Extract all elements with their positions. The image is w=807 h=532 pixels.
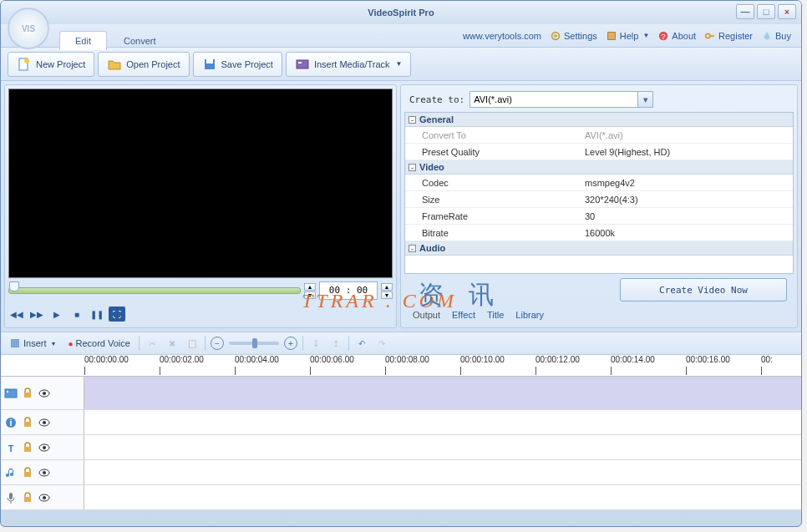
svg-point-8: [24, 58, 29, 63]
zoom-in-button[interactable]: +: [284, 337, 297, 350]
tab-convert[interactable]: Convert: [109, 32, 171, 50]
time-down-button-2[interactable]: ▼: [381, 291, 393, 299]
open-project-button[interactable]: Open Project: [98, 52, 189, 77]
prop-framerate[interactable]: FrameRate30: [405, 208, 793, 225]
title-track[interactable]: T: [1, 435, 801, 460]
ruler-tick: 00:00:02.00: [160, 355, 204, 364]
ruler-tick: 00:00:04.00: [235, 355, 279, 364]
eye-icon[interactable]: [38, 387, 51, 400]
tab-library[interactable]: Library: [515, 310, 544, 320]
ruler-tick: 00:00:10.00: [460, 355, 505, 364]
maximize-button[interactable]: □: [757, 4, 775, 19]
prop-preset-quality[interactable]: Preset QualityLevel 9(Highest, HD): [405, 144, 793, 160]
music-track[interactable]: [1, 460, 801, 485]
time-down-button[interactable]: ▼: [304, 291, 316, 299]
text-track-icon: T: [4, 441, 18, 454]
play-button[interactable]: ▶: [48, 307, 65, 322]
fullscreen-button[interactable]: ⛶: [109, 307, 125, 322]
ruler-tick: 00:00:08.00: [385, 355, 429, 364]
zoom-out-button[interactable]: −: [211, 337, 224, 350]
svg-rect-14: [5, 389, 17, 398]
format-combobox[interactable]: AVI(*.avi)▾: [469, 91, 653, 108]
lock-icon[interactable]: [21, 416, 34, 429]
prop-size[interactable]: Size320*240(4:3): [405, 191, 793, 208]
eye-icon[interactable]: [38, 416, 51, 429]
new-project-button[interactable]: New Project: [8, 52, 94, 77]
video-preview[interactable]: [8, 89, 393, 278]
create-video-button[interactable]: Create Video Now: [620, 278, 787, 301]
ruler-tick: 00:00:14.00: [611, 355, 655, 364]
track-body[interactable]: [84, 377, 801, 409]
tracks-area: i T: [1, 377, 801, 510]
lock-icon[interactable]: [21, 441, 34, 454]
record-voice-button[interactable]: ●Record Voice: [64, 337, 133, 350]
time-up-button-2[interactable]: ▲: [381, 283, 393, 291]
eye-icon[interactable]: [38, 491, 51, 504]
stop-button[interactable]: ■: [69, 307, 85, 322]
voice-track[interactable]: [1, 485, 801, 510]
zoom-slider[interactable]: [229, 342, 279, 345]
chevron-down-icon: ▼: [396, 60, 403, 68]
collapse-icon[interactable]: -: [409, 164, 416, 171]
time-up-button[interactable]: ▲: [304, 283, 316, 291]
save-project-button[interactable]: Save Project: [193, 52, 282, 77]
website-link[interactable]: www.verytools.com: [463, 31, 541, 41]
redo-button: ↷: [374, 336, 389, 351]
time-ruler[interactable]: 00:00:00.00 00:00:02.00 00:00:04.00 00:0…: [1, 355, 801, 377]
rewind-button[interactable]: ◀◀: [8, 307, 25, 322]
titlebar: VideoSpirit Pro — □ ×: [1, 1, 801, 24]
tab-effect[interactable]: Effect: [452, 310, 475, 320]
cut-button: ✂: [145, 336, 160, 351]
track-body[interactable]: [84, 485, 801, 509]
settings-link[interactable]: Settings: [550, 30, 597, 42]
lock-icon[interactable]: [21, 466, 34, 479]
buy-link[interactable]: Buy: [761, 30, 791, 42]
property-grid: -General Convert ToAVI(*.avi) Preset Qua…: [404, 112, 794, 274]
info-track[interactable]: i: [1, 410, 801, 435]
prop-codec[interactable]: Codecmsmpeg4v2: [405, 175, 793, 191]
collapse-icon[interactable]: -: [409, 116, 416, 124]
collapse-icon[interactable]: -: [409, 245, 416, 252]
help-link[interactable]: Help▼: [606, 30, 650, 42]
forward-button[interactable]: ▶▶: [28, 307, 45, 322]
eye-icon[interactable]: [38, 466, 51, 479]
video-track-icon: [4, 387, 18, 400]
prop-bitrate[interactable]: Bitrate16000k: [405, 225, 793, 241]
video-track[interactable]: [1, 377, 801, 410]
svg-rect-33: [24, 497, 31, 502]
section-audio[interactable]: -Audio: [405, 241, 793, 256]
track-body[interactable]: [84, 410, 801, 434]
tab-title[interactable]: Title: [487, 310, 504, 320]
seek-slider[interactable]: [8, 287, 301, 294]
pause-button[interactable]: ❚❚: [89, 307, 105, 322]
ruler-tick: 00:00:00.00: [84, 355, 129, 364]
minimize-button[interactable]: —: [736, 4, 754, 19]
svg-text:?: ?: [662, 31, 666, 40]
ruler-tick: 00:00:16.00: [686, 355, 730, 364]
insert-media-button[interactable]: Insert Media/Track▼: [286, 52, 412, 77]
section-general[interactable]: -General: [405, 113, 793, 127]
mic-track-icon: [4, 491, 18, 504]
main-toolbar: New Project Open Project Save Project In…: [1, 48, 801, 81]
svg-point-1: [554, 34, 557, 38]
close-button[interactable]: ×: [778, 4, 796, 19]
app-title: VideoSpirit Pro: [368, 8, 434, 18]
about-link[interactable]: ?About: [657, 30, 696, 42]
mark-in-button: ↧: [308, 336, 323, 351]
track-body[interactable]: [84, 435, 801, 459]
track-body[interactable]: [84, 460, 801, 484]
media-icon: [295, 57, 310, 72]
lock-icon[interactable]: [21, 387, 34, 400]
ruler-tick: 00:: [761, 355, 773, 364]
section-video[interactable]: -Video: [405, 160, 793, 175]
eye-icon[interactable]: [38, 441, 51, 454]
time-display: 00 : 00: [319, 281, 378, 300]
lock-icon[interactable]: [21, 491, 34, 504]
chevron-down-icon[interactable]: ▾: [637, 92, 652, 107]
tab-output[interactable]: Output: [413, 310, 440, 320]
tab-edit[interactable]: Edit: [59, 31, 107, 50]
undo-button[interactable]: ↶: [354, 336, 369, 351]
info-track-icon: i: [4, 416, 18, 429]
register-link[interactable]: Register: [704, 30, 753, 42]
timeline-insert-button[interactable]: Insert▼: [6, 336, 59, 351]
